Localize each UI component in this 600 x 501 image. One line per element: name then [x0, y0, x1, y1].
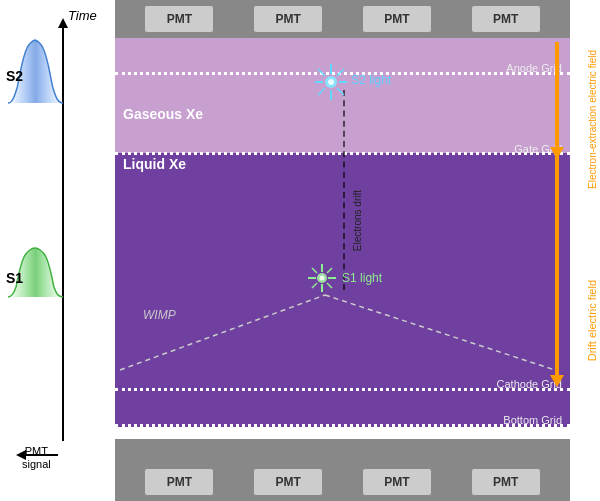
- bottom-dots: [115, 424, 570, 427]
- svg-line-7: [318, 88, 325, 95]
- svg-point-19: [320, 276, 325, 281]
- bottom-grid-label: Bottom Grid: [503, 414, 562, 426]
- s2-light-starburst: S2 light: [315, 60, 391, 100]
- bottom-pmt-support: [115, 439, 570, 463]
- svg-point-9: [328, 79, 334, 85]
- top-pmt-4: PMT: [471, 5, 541, 33]
- extraction-field-label-outer: Electron-extraction electric field: [587, 50, 598, 189]
- svg-line-15: [327, 283, 332, 288]
- svg-line-5: [337, 88, 344, 95]
- drift-field-label-outer: Drift electric field: [586, 280, 598, 361]
- time-arrow-icon: [58, 18, 68, 28]
- s1-label: S1: [6, 270, 23, 286]
- s2-label: S2: [6, 68, 23, 84]
- top-pmt-row: PMT PMT PMT PMT: [115, 0, 570, 38]
- bottom-pmt-3: PMT: [362, 468, 432, 496]
- bottom-pmt-4: PMT: [471, 468, 541, 496]
- detector-diagram: PMT PMT PMT PMT Anode Grid Gate Grid: [115, 0, 570, 501]
- main-container: Time S2: [0, 0, 600, 501]
- electron-drift-path: [343, 90, 345, 290]
- s1-light-label: S1 light: [342, 271, 382, 285]
- bottom-pmt-2: PMT: [253, 468, 323, 496]
- drift-field-arrow: [550, 155, 564, 387]
- liquid-xe-label: Liquid Xe: [123, 156, 186, 172]
- extraction-field-arrow: [550, 42, 564, 159]
- bottom-pmt-row: PMT PMT PMT PMT: [115, 463, 570, 501]
- wimp-label: WIMP: [143, 308, 176, 322]
- svg-line-17: [312, 283, 317, 288]
- top-pmt-3: PMT: [362, 5, 432, 33]
- svg-line-6: [337, 69, 344, 76]
- svg-line-14: [312, 268, 317, 273]
- top-pmt-2: PMT: [253, 5, 323, 33]
- electrons-drift-label: Electrons drift: [352, 190, 363, 251]
- time-label: Time: [68, 8, 97, 23]
- s2-light-label: S2 light: [351, 73, 391, 87]
- bottom-grid-line: [115, 424, 570, 426]
- svg-line-4: [318, 69, 325, 76]
- top-pmt-1: PMT: [144, 5, 214, 33]
- s1-light-starburst: S1 light: [306, 262, 382, 294]
- svg-line-16: [327, 268, 332, 273]
- pmt-signal-label: PMT signal: [22, 445, 51, 471]
- bottom-pmt-1: PMT: [144, 468, 214, 496]
- gaseous-xe-label: Gaseous Xe: [123, 106, 203, 122]
- left-panel: Time S2: [0, 0, 115, 501]
